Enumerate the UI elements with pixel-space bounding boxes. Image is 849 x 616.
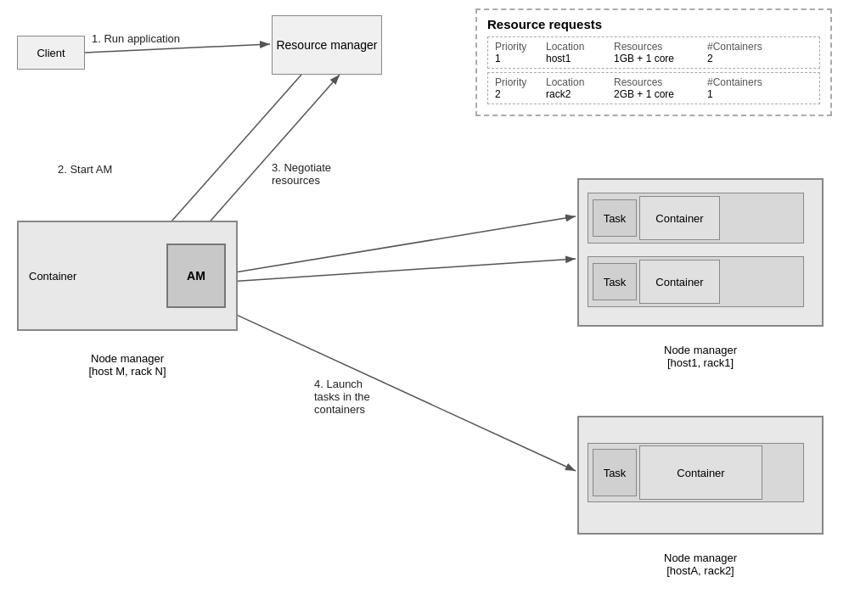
nm-left-box: Container AM [17,221,238,331]
svg-line-1 [85,44,270,53]
resource-requests-panel: Resource requests Priority Location Reso… [475,8,832,116]
rr-row2-containers-header: #Containers [707,76,784,88]
rr-row2-priority: 2 [495,88,546,100]
rr-row2-containers: 1 [707,88,784,100]
rr-row1-priority: 1 [495,53,546,64]
container-label: Container [29,270,76,283]
rr-row1-location-header: Location [546,41,614,53]
step3-label: 3. Negotiate resources [272,148,331,187]
container-box-2: Container [639,260,720,304]
step4-label: 4. Launch tasks in the containers [314,365,370,416]
rr-row1-location: host1 [546,53,614,64]
rm-label: Resource manager [276,38,377,52]
nm-right-bot-box: Task Container [577,416,824,535]
rr-row1-resources: 1GB + 1 core [614,53,707,64]
client-label: Client [37,47,65,59]
rr-row-1: Priority Location Resources #Containers … [487,36,820,69]
nm-left-label: Node manager [host M, rack N] [34,339,221,378]
nm-right-bot-label: Node manager [hostA, rack2] [577,539,824,577]
task-box-3: Task [593,449,637,496]
rr-row1-containers: 2 [707,53,784,64]
task-container-row3: Task Container [588,443,804,502]
rr-row2-location-header: Location [546,76,614,88]
rr-row1-resources-header: Resources [614,41,707,53]
rr-row2-resources-header: Resources [614,76,707,88]
rr-row-2: Priority Location Resources #Containers … [487,72,820,104]
rr-row2-location: rack2 [546,88,614,100]
rr-row2-priority-header: Priority [495,76,546,88]
container-box-3: Container [639,445,762,500]
step2-label: 2. Start AM [58,163,112,176]
client-box: Client [17,36,85,70]
resource-manager-box: Resource manager [272,15,382,75]
svg-line-4 [188,216,576,280]
nm-right-top-label: Node manager [host1, rack1] [577,331,824,369]
task-box-2: Task [593,263,637,300]
svg-line-6 [188,293,576,471]
task-container-row2: Task Container [588,256,804,307]
diagram: Client 1. Run application Resource manag… [0,0,849,616]
task-container-row1: Task Container [588,193,804,244]
rr-row2-resources: 2GB + 1 core [614,88,707,100]
step1-label: 1. Run application [92,32,180,45]
task-box-1: Task [593,199,637,237]
rr-row1-containers-header: #Containers [707,41,784,53]
rr-row1-priority-header: Priority [495,41,546,53]
container-box-1: Container [639,196,720,240]
am-box: AM [166,244,226,308]
nm-right-top-box: Task Container Task Container [577,178,824,327]
rr-title: Resource requests [487,17,820,31]
svg-line-5 [188,259,576,284]
